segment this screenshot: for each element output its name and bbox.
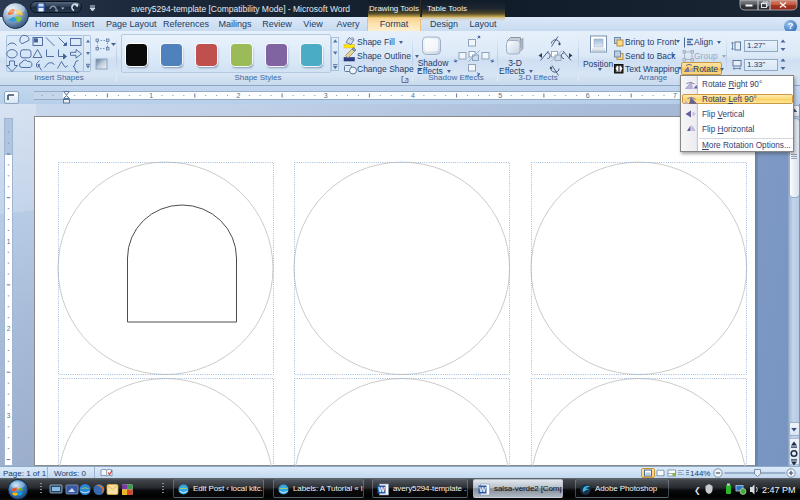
svg-text:7: 7 <box>673 92 677 99</box>
svg-text:2: 2 <box>236 92 240 99</box>
svg-text:3: 3 <box>7 412 11 419</box>
svg-text:W: W <box>479 486 486 493</box>
svg-text:2: 2 <box>7 325 11 332</box>
svg-text:1: 1 <box>7 238 11 245</box>
svg-text:1: 1 <box>149 92 153 99</box>
svg-text:W: W <box>378 486 385 493</box>
svg-text:4: 4 <box>411 92 415 99</box>
svg-text:5: 5 <box>498 92 502 99</box>
svg-text:6: 6 <box>586 92 590 99</box>
svg-text:3: 3 <box>324 92 328 99</box>
